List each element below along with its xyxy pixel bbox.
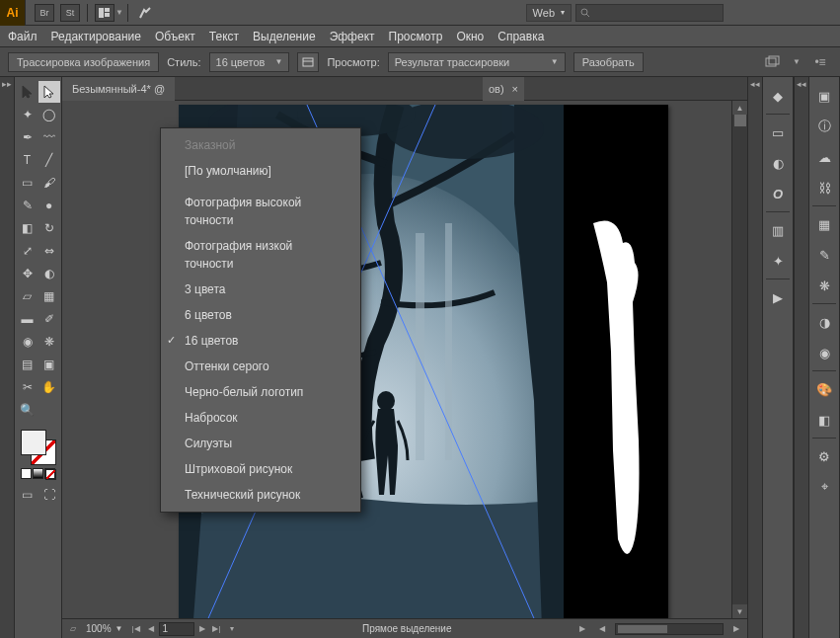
transform-panel-icon[interactable] xyxy=(761,52,785,72)
style-option-3[interactable]: Фотография низкой точности xyxy=(161,233,360,277)
stock-icon[interactable]: St xyxy=(60,4,80,22)
transform-panel-icon[interactable]: ▶ xyxy=(766,285,790,309)
scroll-track[interactable] xyxy=(732,115,747,604)
actions-panel-icon[interactable]: ⚙ xyxy=(812,444,836,468)
swatches-panel-icon[interactable]: ▦ xyxy=(812,212,836,236)
style-option-12[interactable]: Технический рисунок xyxy=(161,482,360,508)
tool-curvature[interactable]: 〰 xyxy=(38,126,60,148)
style-option-4[interactable]: 3 цвета xyxy=(161,277,360,302)
tool-blob[interactable]: ● xyxy=(38,195,60,216)
separations-icon[interactable]: ⌖ xyxy=(812,475,836,499)
tool-shape-builder[interactable]: ◐ xyxy=(38,263,60,284)
right-collapse-strip-1[interactable]: ◂◂ xyxy=(747,77,762,638)
menu-view[interactable]: Просмотр xyxy=(389,30,443,43)
menu-effect[interactable]: Эффект xyxy=(330,30,375,43)
view-select[interactable]: Результат трассировки ▼ xyxy=(388,52,566,72)
tool-pen[interactable]: ✒ xyxy=(17,126,38,148)
tool-type[interactable]: T xyxy=(17,149,38,171)
style-option-6[interactable]: 16 цветов xyxy=(161,328,360,354)
horizontal-scrollbar[interactable] xyxy=(615,623,724,635)
tool-artboard[interactable]: ▣ xyxy=(38,354,60,375)
tool-zoom[interactable]: 🔍 xyxy=(17,399,38,421)
screen-mode-normal[interactable]: ▭ xyxy=(17,484,38,506)
trace-panel-icon[interactable] xyxy=(297,52,319,72)
tool-pencil[interactable]: ✎ xyxy=(17,195,38,216)
fill-swatch[interactable] xyxy=(21,430,46,455)
vertical-scrollbar[interactable]: ▲ ▼ xyxy=(731,101,747,618)
arrange-docs-icon[interactable] xyxy=(95,4,115,22)
pathfinder-panel-icon[interactable]: ✦ xyxy=(766,249,790,273)
tool-magic-wand[interactable]: ✦ xyxy=(17,104,38,125)
transparency-panel-icon[interactable]: ◐ xyxy=(766,151,790,175)
type-panel-icon[interactable]: O xyxy=(766,182,790,205)
menu-help[interactable]: Справка xyxy=(497,30,544,43)
color-guide-icon[interactable]: ◧ xyxy=(812,408,836,432)
bridge-icon[interactable]: Br xyxy=(35,4,54,22)
menu-file[interactable]: Файл xyxy=(8,30,38,43)
tool-mesh[interactable]: ▦ xyxy=(38,285,60,307)
style-option-7[interactable]: Оттенки серого xyxy=(161,354,360,379)
links-panel-icon[interactable]: ⛓ xyxy=(812,176,836,199)
search-input[interactable] xyxy=(575,4,724,22)
tool-gradient[interactable]: ▬ xyxy=(17,308,38,330)
status-menu-icon[interactable]: ▶ xyxy=(575,622,589,636)
nav-menu-icon[interactable]: ▾ xyxy=(225,622,239,636)
nav-next-icon[interactable]: ▶ xyxy=(195,622,209,636)
style-select[interactable]: 16 цветов ▼ xyxy=(209,52,290,72)
menu-text[interactable]: Текст xyxy=(209,30,239,43)
artboard-number-field[interactable] xyxy=(159,622,194,636)
gpu-icon[interactable] xyxy=(136,4,154,22)
chevron-down-icon[interactable]: ▼ xyxy=(793,57,801,66)
graphic-styles-icon[interactable]: ◑ xyxy=(812,310,836,334)
scroll-up-icon[interactable]: ▲ xyxy=(732,101,747,115)
tool-line[interactable]: ╱ xyxy=(38,149,60,171)
fill-stroke-swatch[interactable] xyxy=(21,430,56,465)
tool-hand[interactable]: ✋ xyxy=(38,376,60,398)
menu-edit[interactable]: Редактирование xyxy=(51,30,141,43)
tool-free-transform[interactable]: ✥ xyxy=(17,263,38,284)
style-option-9[interactable]: Набросок xyxy=(161,405,360,431)
left-collapse-strip[interactable]: ▸▸ xyxy=(0,77,15,638)
nav-first-icon[interactable]: |◀ xyxy=(129,622,143,636)
tool-lasso[interactable]: ◯ xyxy=(38,104,60,125)
tool-direct-selection[interactable] xyxy=(38,81,60,103)
nav-last-icon[interactable]: ▶| xyxy=(210,622,224,636)
brushes-panel-icon[interactable]: ✎ xyxy=(812,243,836,267)
cc-libraries-icon[interactable]: ☁ xyxy=(812,145,836,169)
tool-brush[interactable]: 🖌 xyxy=(38,172,60,194)
hscroll-left-icon[interactable]: ◀ xyxy=(595,622,609,636)
artboards-panel-icon[interactable]: ▣ xyxy=(812,84,836,108)
zoom-control[interactable]: 100% ▼ xyxy=(86,623,123,634)
scroll-thumb[interactable] xyxy=(734,115,746,126)
tool-rectangle[interactable]: ▭ xyxy=(17,172,38,194)
dropdown-chevron-icon[interactable]: ▼ xyxy=(115,8,123,17)
tool-perspective[interactable]: ▱ xyxy=(17,285,38,307)
tab-close-icon[interactable]: × xyxy=(512,83,518,95)
align-panel-icon[interactable]: ▥ xyxy=(766,218,790,242)
hscroll-right-icon[interactable]: ▶ xyxy=(729,622,743,636)
color-mode-none[interactable] xyxy=(44,468,55,479)
style-option-8[interactable]: Черно-белый логотип xyxy=(161,379,360,405)
tool-width[interactable]: ⇔ xyxy=(38,240,60,262)
style-option-2[interactable]: Фотография высокой точности xyxy=(161,190,360,233)
tool-slice[interactable]: ✂ xyxy=(17,376,38,398)
canvas[interactable]: ▲ ▼ Заказной[По умолчанию]Фотография выс… xyxy=(62,101,747,618)
document-tab[interactable]: Безымянный-4* @ xyxy=(62,77,175,101)
tool-symbol[interactable]: ❋ xyxy=(38,331,60,353)
tool-graph[interactable]: ▤ xyxy=(17,354,38,375)
layers-panel-icon[interactable]: ◆ xyxy=(766,84,790,108)
color-panel-icon[interactable]: 🎨 xyxy=(812,377,836,401)
hscroll-thumb[interactable] xyxy=(618,625,667,633)
style-option-10[interactable]: Силуэты xyxy=(161,431,360,456)
workspace-switcher[interactable]: Web ▾ xyxy=(526,4,572,22)
style-option-1[interactable]: [По умолчанию] xyxy=(161,158,360,184)
menu-object[interactable]: Объект xyxy=(155,30,195,43)
tool-eyedropper[interactable]: ✐ xyxy=(38,308,60,330)
appearance-panel-icon[interactable]: ◉ xyxy=(812,341,836,364)
symbols-panel-icon[interactable]: ❋ xyxy=(812,274,836,297)
tool-scale[interactable]: ⤢ xyxy=(17,240,38,262)
screen-mode-full[interactable]: ⛶ xyxy=(38,484,60,506)
tool-rotate[interactable]: ↻ xyxy=(38,217,60,239)
expand-button[interactable]: Разобрать xyxy=(573,52,644,72)
tool-eraser[interactable]: ◧ xyxy=(17,217,38,239)
